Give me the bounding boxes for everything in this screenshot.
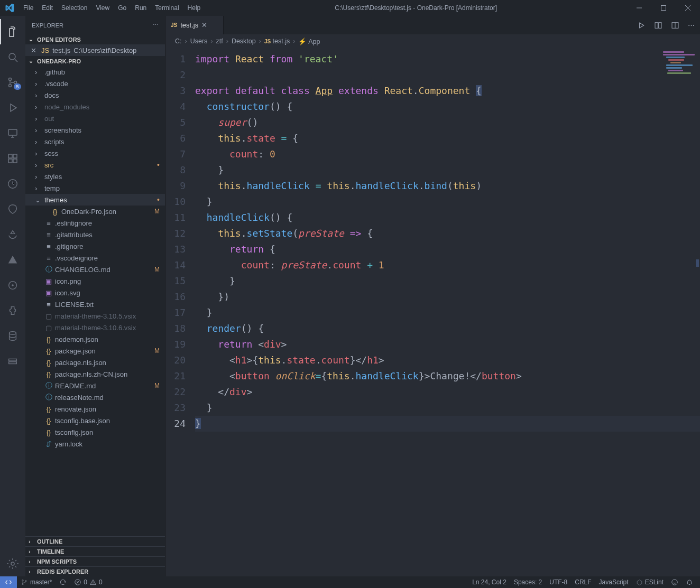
folder-out[interactable]: ›out: [25, 113, 165, 124]
code-line[interactable]: }: [195, 305, 700, 321]
folder-themes[interactable]: ⌄themes: [25, 194, 165, 206]
file-package-json[interactable]: {}package.json: [25, 345, 165, 357]
breadcrumbs[interactable]: C:›Users›ztf›Desktop›JS test.js›⚡ App: [165, 34, 700, 48]
code-line[interactable]: export default class App extends React.C…: [195, 83, 700, 99]
file-material-theme-3-10-5-vsix[interactable]: ▢material-theme-3.10.5.vsix: [25, 310, 165, 322]
code-line[interactable]: }): [195, 289, 700, 305]
menu-run[interactable]: Run: [131, 1, 151, 15]
folder-temp[interactable]: ›temp: [25, 182, 165, 194]
remote-indicator[interactable]: [0, 576, 17, 588]
open-editors-header[interactable]: ⌄ OPEN EDITORS: [25, 34, 165, 44]
code-line[interactable]: return <div>: [195, 337, 700, 352]
breadcrumb-item[interactable]: ⚡ App: [298, 38, 320, 45]
code-line[interactable]: constructor() {: [195, 99, 700, 115]
eslint-item[interactable]: ESLint: [632, 576, 667, 588]
code-line[interactable]: }: [195, 416, 700, 432]
code-line[interactable]: }: [195, 162, 700, 178]
menu-view[interactable]: View: [91, 1, 114, 15]
code-line[interactable]: }: [195, 400, 700, 416]
code-line[interactable]: this.setState(preState => {: [195, 226, 700, 241]
eol-item[interactable]: CRLF: [571, 576, 595, 588]
folder-src[interactable]: ›src: [25, 159, 165, 171]
file-onedark-pro-json[interactable]: {}OneDark-Pro.json: [25, 206, 165, 217]
file-license-txt[interactable]: ≡LICENSE.txt: [25, 298, 165, 310]
folder-scripts[interactable]: ›scripts: [25, 136, 165, 147]
sync-item[interactable]: [56, 576, 70, 588]
code-line[interactable]: <h1>{this.state.count}</h1>: [195, 352, 700, 368]
code-line[interactable]: render() {: [195, 321, 700, 337]
close-button[interactable]: [676, 0, 700, 16]
run-icon[interactable]: [637, 21, 646, 30]
debug-icon[interactable]: [0, 95, 25, 120]
activity-icon-1[interactable]: [0, 171, 25, 197]
folder-styles[interactable]: ›styles: [25, 171, 165, 182]
indent-item[interactable]: Spaces: 2: [510, 576, 546, 588]
code-line[interactable]: }: [195, 194, 700, 210]
section-redis-explorer[interactable]: ›REDIS EXPLORER: [25, 566, 165, 576]
code-line[interactable]: count: preState.count + 1: [195, 257, 700, 273]
breadcrumb-item[interactable]: C:: [175, 38, 182, 45]
folder--github[interactable]: ›.github: [25, 66, 165, 78]
minimize-button[interactable]: [627, 0, 651, 16]
folder-node_modules[interactable]: ›node_modules: [25, 101, 165, 113]
menu-edit[interactable]: Edit: [38, 1, 57, 15]
code-line[interactable]: import React from 'react': [195, 51, 700, 67]
file-material-theme-3-10-6-vsix[interactable]: ▢material-theme-3.10.6.vsix: [25, 322, 165, 333]
file-package-nls-json[interactable]: {}package.nls.json: [25, 357, 165, 368]
database-icon[interactable]: [0, 323, 25, 349]
folder-scss[interactable]: ›scss: [25, 147, 165, 159]
maximize-button[interactable]: [651, 0, 676, 16]
file-releasenote-md[interactable]: ⓘreleaseNote.md: [25, 391, 165, 403]
menu-terminal[interactable]: Terminal: [151, 1, 183, 15]
file-tsconfig-json[interactable]: {}tsconfig.json: [25, 426, 165, 438]
code-line[interactable]: this.state = {: [195, 130, 700, 146]
tab-test-js[interactable]: JS test.js ✕: [165, 16, 224, 34]
file--vscodeignore[interactable]: ≡.vscodeignore: [25, 252, 165, 264]
folder-screenshots[interactable]: ›screenshots: [25, 124, 165, 136]
code-line[interactable]: this.handleClick = this.handleClick.bind…: [195, 178, 700, 194]
code-content[interactable]: import React from 'react'export default …: [195, 48, 700, 576]
feedback-icon[interactable]: [667, 576, 682, 588]
problems-item[interactable]: 0 0: [70, 576, 106, 588]
file-readme-md[interactable]: ⓘREADME.md: [25, 380, 165, 391]
close-icon[interactable]: ✕: [201, 21, 207, 29]
activity-icon-6[interactable]: [0, 298, 25, 323]
split-icon[interactable]: [654, 21, 662, 30]
code-line[interactable]: [195, 67, 700, 83]
menu-help[interactable]: Help: [183, 1, 205, 15]
menu-file[interactable]: File: [19, 1, 38, 15]
activity-icon-3[interactable]: [0, 222, 25, 247]
section-npm-scripts[interactable]: ›NPM SCRIPTS: [25, 556, 165, 566]
file-renovate-json[interactable]: {}renovate.json: [25, 403, 165, 415]
more-icon[interactable]: ⋯: [688, 21, 695, 29]
file-yarn-lock[interactable]: ⇵yarn.lock: [25, 438, 165, 450]
close-icon[interactable]: ✕: [31, 46, 38, 54]
breadcrumb-item[interactable]: JS test.js: [264, 38, 290, 45]
file-tsconfig-base-json[interactable]: {}tsconfig.base.json: [25, 415, 165, 426]
activity-icon-2[interactable]: [0, 197, 25, 222]
activity-icon-5[interactable]: [0, 273, 25, 298]
menu-selection[interactable]: Selection: [57, 1, 91, 15]
breadcrumb-item[interactable]: Desktop: [232, 38, 256, 45]
branch-item[interactable]: master*: [17, 576, 56, 588]
menu-go[interactable]: Go: [114, 1, 131, 15]
language-item[interactable]: JavaScript: [595, 576, 632, 588]
code-line[interactable]: <button onClick={this.handleClick}>Chang…: [195, 368, 700, 384]
settings-icon[interactable]: [0, 551, 25, 576]
breadcrumb-item[interactable]: Users: [190, 38, 208, 45]
extensions-icon[interactable]: [0, 146, 25, 171]
editor[interactable]: 123456789101112131415161718192021222324 …: [165, 48, 700, 576]
scm-icon[interactable]: 5: [0, 70, 25, 95]
file-nodemon-json[interactable]: {}nodemon.json: [25, 333, 165, 345]
file-icon-png[interactable]: ▣icon.png: [25, 275, 165, 287]
file-package-nls-zh-cn-json[interactable]: {}package.nls.zh-CN.json: [25, 368, 165, 380]
file--gitattributes[interactable]: ≡.gitattributes: [25, 229, 165, 240]
folder-docs[interactable]: ›docs: [25, 89, 165, 101]
explorer-icon[interactable]: [0, 19, 25, 44]
code-line[interactable]: count: 0: [195, 146, 700, 162]
code-line[interactable]: </div>: [195, 384, 700, 400]
folder--vscode[interactable]: ›.vscode: [25, 78, 165, 89]
breadcrumb-item[interactable]: ztf: [216, 38, 223, 45]
code-line[interactable]: handleClick() {: [195, 210, 700, 226]
layout-icon[interactable]: [671, 21, 679, 30]
